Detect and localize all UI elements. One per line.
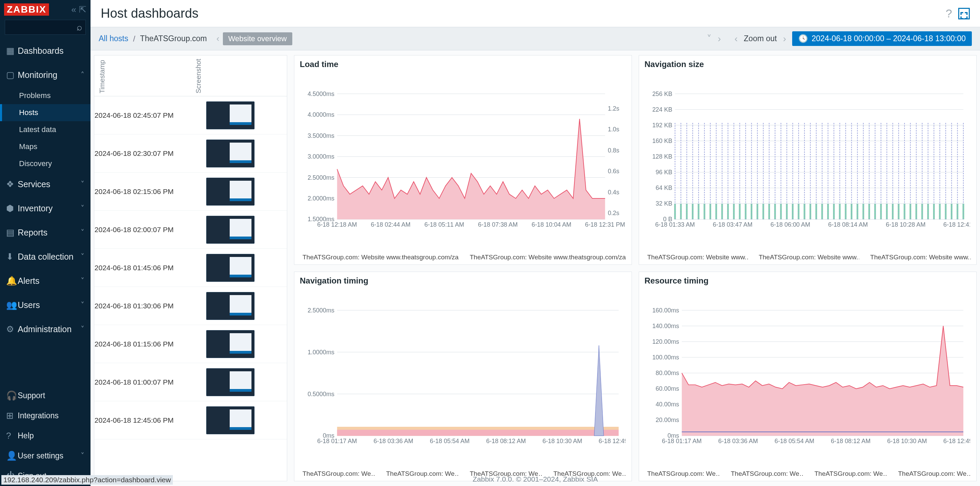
table-row[interactable]: 2024-06-18 02:45:07 PM bbox=[94, 96, 287, 134]
timestamp-cell: 2024-06-18 01:15:06 PM bbox=[94, 340, 174, 348]
legend-item: TheATSGroup.com: We… bbox=[728, 470, 804, 478]
table-row[interactable]: 2024-06-18 01:30:06 PM bbox=[94, 287, 287, 325]
table-row[interactable]: 2024-06-18 01:15:06 PM bbox=[94, 325, 287, 363]
table-row[interactable]: 2024-06-18 01:45:06 PM bbox=[94, 249, 287, 287]
nav-data-collection[interactable]: ⬇Data collection˅ bbox=[0, 245, 91, 269]
chevron-down-icon[interactable]: ˅ bbox=[707, 33, 711, 44]
svg-text:0.2s: 0.2s bbox=[608, 210, 619, 217]
svg-text:6-18 12:18 AM: 6-18 12:18 AM bbox=[317, 221, 357, 228]
nav-user-settings[interactable]: 👤User settings˅ bbox=[0, 446, 91, 466]
table-row[interactable]: 2024-06-18 02:00:07 PM bbox=[94, 211, 287, 249]
time-range-label: 2024-06-18 00:00:00 – 2024-06-18 13:00:0… bbox=[811, 34, 966, 43]
screenshot-thumb[interactable] bbox=[206, 101, 255, 129]
nav-alerts[interactable]: 🔔Alerts˅ bbox=[0, 269, 91, 293]
nav-dashboards[interactable]: ▦Dashboards bbox=[0, 39, 91, 63]
table-row[interactable]: 2024-06-18 02:30:07 PM bbox=[94, 134, 287, 172]
breadcrumb-all-hosts[interactable]: All hosts bbox=[99, 34, 128, 43]
nav-administration[interactable]: ⚙Administration˅ bbox=[0, 317, 91, 341]
svg-text:1.0s: 1.0s bbox=[608, 126, 619, 133]
clock-icon: 🕓 bbox=[798, 34, 808, 43]
screenshot-thumb[interactable] bbox=[206, 406, 255, 434]
svg-text:224 KB: 224 KB bbox=[652, 106, 672, 113]
legend-label: TheATSGroup.com: We… bbox=[302, 470, 375, 478]
table-row[interactable]: 2024-06-18 02:15:06 PM bbox=[94, 172, 287, 211]
timestamp-cell: 2024-06-18 02:45:07 PM bbox=[94, 111, 174, 120]
chevron-down-icon: ˅ bbox=[81, 204, 84, 213]
table-row[interactable]: 2024-06-18 12:45:06 PM bbox=[94, 401, 287, 439]
svg-text:2.0000ms: 2.0000ms bbox=[308, 195, 334, 202]
plot-load-time[interactable]: 1.5000ms2.0000ms2.5000ms3.0000ms3.5000ms… bbox=[294, 72, 632, 252]
svg-text:1.2s: 1.2s bbox=[608, 105, 619, 112]
nav-problems[interactable]: Problems bbox=[0, 87, 91, 104]
screenshot-cell bbox=[174, 140, 287, 167]
time-range-button[interactable]: 🕓 2024-06-18 00:00:00 – 2024-06-18 13:00… bbox=[792, 31, 972, 46]
svg-text:6-18 03:36 AM: 6-18 03:36 AM bbox=[718, 438, 758, 445]
svg-text:256 KB: 256 KB bbox=[652, 91, 672, 97]
chevron-down-icon: ˅ bbox=[81, 180, 84, 189]
breadcrumb-sep: / bbox=[133, 34, 135, 43]
nav-latest-data[interactable]: Latest data bbox=[0, 121, 91, 138]
logo[interactable]: ZABBIX bbox=[4, 3, 49, 16]
svg-text:140.00ms: 140.00ms bbox=[652, 323, 679, 330]
screenshot-thumb[interactable] bbox=[206, 140, 255, 167]
search-icon[interactable]: ⌕ bbox=[76, 22, 82, 33]
nav-inventory[interactable]: ⬢Inventory˅ bbox=[0, 196, 91, 220]
chevron-right-icon[interactable]: › bbox=[718, 33, 721, 44]
chevron-down-icon: ˅ bbox=[81, 228, 84, 237]
zoom-out-button[interactable]: Zoom out bbox=[744, 34, 777, 43]
nav-hosts[interactable]: Hosts bbox=[0, 104, 91, 121]
nav-integrations[interactable]: ⊞Integrations bbox=[0, 406, 91, 426]
svg-text:80.00ms: 80.00ms bbox=[656, 370, 679, 376]
svg-text:4.0000ms: 4.0000ms bbox=[308, 111, 334, 118]
nav-support[interactable]: 🎧Support bbox=[0, 386, 91, 406]
fullscreen-button[interactable] bbox=[958, 8, 970, 19]
bell-icon: 🔔 bbox=[6, 276, 18, 286]
screenshot-thumb[interactable] bbox=[206, 368, 255, 396]
screenshot-cell bbox=[174, 406, 287, 434]
chevron-down-icon: ˅ bbox=[81, 301, 84, 310]
plot-nav-size[interactable]: 0 B32 KB64 KB96 KB128 KB160 KB192 KB224 … bbox=[639, 72, 976, 252]
table-row[interactable]: 2024-06-18 01:00:07 PM bbox=[94, 363, 287, 401]
nav-monitoring[interactable]: ▢Monitoring˄ bbox=[0, 63, 91, 87]
screenshot-thumb[interactable] bbox=[206, 254, 255, 282]
time-prev-icon[interactable]: ‹ bbox=[734, 33, 737, 44]
plot-resource-timing[interactable]: 0ms20.00ms40.00ms60.00ms80.00ms100.00ms1… bbox=[639, 288, 976, 468]
search-input[interactable] bbox=[5, 20, 86, 35]
time-next-icon[interactable]: › bbox=[783, 33, 786, 44]
chevron-down-icon: ˅ bbox=[81, 253, 84, 261]
sidebar: ZABBIX « ⇱ ⌕ ▦Dashboards ▢Monitoring˄ Pr… bbox=[0, 0, 91, 486]
legend-label: TheATSGroup.com: We… bbox=[647, 470, 720, 478]
plot-nav-timing[interactable]: 0ms0.5000ms1.0000ms2.5000ms6-18 01:17 AM… bbox=[294, 288, 632, 468]
nav-users[interactable]: 👥Users˅ bbox=[0, 293, 91, 317]
card-title: Navigation size bbox=[639, 56, 976, 72]
help-icon: ? bbox=[6, 430, 18, 441]
help-hint-icon[interactable]: ? bbox=[946, 7, 952, 20]
nav-maps[interactable]: Maps bbox=[0, 138, 91, 155]
dashboard-prev-icon[interactable]: ‹ bbox=[216, 33, 220, 44]
svg-text:100.00ms: 100.00ms bbox=[652, 354, 679, 361]
sidebar-popout-icon[interactable]: ⇱ bbox=[79, 5, 86, 15]
svg-text:6-18 01:17 AM: 6-18 01:17 AM bbox=[317, 438, 357, 445]
nav-discovery[interactable]: Discovery bbox=[0, 155, 91, 172]
screenshot-thumb[interactable] bbox=[206, 292, 255, 320]
sidebar-collapse-icon[interactable]: « bbox=[72, 5, 76, 15]
chevron-down-icon: ˅ bbox=[81, 325, 84, 334]
svg-text:60.00ms: 60.00ms bbox=[656, 385, 679, 392]
nav-help[interactable]: ?Help bbox=[0, 426, 91, 446]
nav-services[interactable]: ❖Services˅ bbox=[0, 172, 91, 196]
headset-icon: 🎧 bbox=[6, 390, 18, 401]
legend-nav-size: TheATSGroup.com: Website www.…TheATSGrou… bbox=[639, 252, 976, 265]
svg-text:6-18 02:44 AM: 6-18 02:44 AM bbox=[371, 221, 411, 228]
card-nav-size: Navigation size 0 B32 KB64 KB96 KB128 KB… bbox=[639, 55, 977, 265]
screenshot-thumb[interactable] bbox=[206, 178, 255, 206]
timestamp-cell: 2024-06-18 01:00:07 PM bbox=[94, 378, 174, 386]
screenshot-cell bbox=[174, 292, 287, 320]
dashboard-selector[interactable]: Website overview bbox=[223, 32, 292, 45]
svg-text:64 KB: 64 KB bbox=[656, 185, 672, 191]
timestamp-cell: 2024-06-18 02:30:07 PM bbox=[94, 150, 174, 158]
screenshot-thumb[interactable] bbox=[206, 330, 255, 358]
screenshot-thumb[interactable] bbox=[206, 216, 255, 244]
svg-text:120.00ms: 120.00ms bbox=[652, 338, 679, 345]
nav-reports[interactable]: ▤Reports˅ bbox=[0, 220, 91, 245]
legend-label: TheATSGroup.com: Website www.… bbox=[759, 253, 859, 261]
